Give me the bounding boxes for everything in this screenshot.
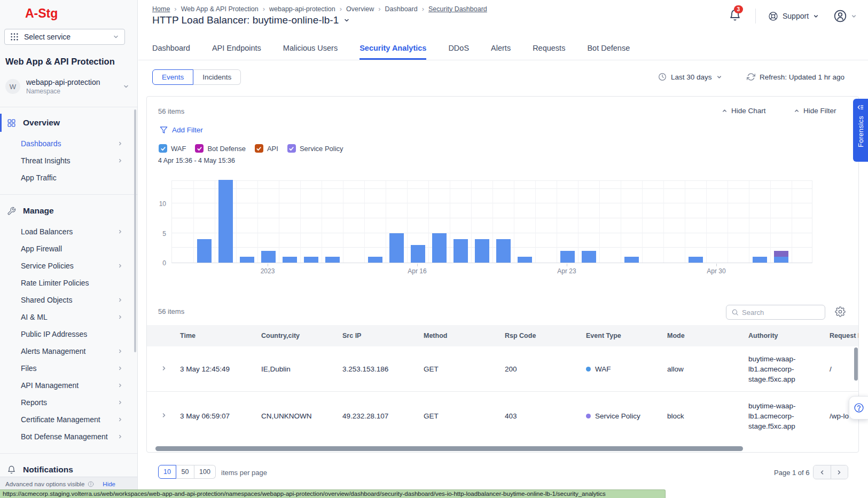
chart-bar-waf[interactable] (197, 239, 212, 263)
sidebar-section-notifications[interactable]: Notifications (0, 461, 137, 479)
checkbox-bot-defense[interactable] (195, 144, 204, 153)
tab-malicious-users[interactable]: Malicious Users (283, 44, 338, 60)
tab-bot-defense[interactable]: Bot Defense (587, 44, 630, 60)
page-size-10[interactable]: 10 (158, 465, 176, 479)
view-toggle-incidents[interactable]: Incidents (193, 69, 241, 85)
breadcrumb-item-home[interactable]: Home (152, 5, 170, 13)
add-filter-button[interactable]: Add Filter (160, 126, 203, 134)
horizontal-scrollbar[interactable] (155, 446, 743, 451)
checkbox-api[interactable] (255, 144, 263, 153)
chart-bar-waf[interactable] (411, 245, 425, 263)
tab-requests[interactable]: Requests (533, 44, 565, 60)
chart-bar-waf[interactable] (389, 233, 404, 263)
notifications-button[interactable]: 3 (728, 9, 742, 23)
chart-bar-waf[interactable] (518, 257, 532, 263)
chart-bar-waf[interactable] (432, 233, 447, 263)
chart-bar-waf[interactable] (304, 257, 318, 263)
next-page-button[interactable] (831, 465, 848, 479)
tab-alerts[interactable]: Alerts (491, 44, 511, 60)
filter-waf[interactable]: WAF (159, 144, 186, 153)
page-size-50[interactable]: 50 (176, 465, 194, 479)
forensics-panel-tab[interactable]: Forensics (853, 99, 868, 162)
breadcrumb-item-web-app-api-protection[interactable]: Web App & API Protection (181, 5, 259, 13)
sidebar-section-overview[interactable]: Overview (0, 114, 137, 132)
tab-security-analytics[interactable]: Security Analytics (359, 44, 426, 60)
column-header-authority[interactable]: Authority (741, 332, 822, 339)
filter-bot-defense[interactable]: Bot Defense (195, 144, 246, 153)
sidebar-item-dashboards[interactable]: Dashboards (0, 135, 137, 152)
account-menu[interactable] (833, 9, 857, 23)
select-service-dropdown[interactable]: Select service (4, 29, 125, 45)
sidebar-item-ai-ml[interactable]: AI & ML (0, 309, 137, 326)
chart-bar-waf[interactable] (261, 251, 276, 263)
chart-bar-service-policy[interactable] (774, 251, 788, 257)
sidebar-item-app-traffic[interactable]: App Traffic (0, 169, 137, 186)
chart-bar-waf[interactable] (624, 257, 639, 263)
tab-api-endpoints[interactable]: API Endpoints (212, 44, 261, 60)
sidebar-section-manage[interactable]: Manage (0, 202, 137, 220)
breadcrumb-item-overview[interactable]: Overview (346, 5, 374, 13)
chart-bar-waf[interactable] (218, 180, 233, 263)
column-header-country-city[interactable]: Country,city (254, 332, 335, 339)
sidebar-item-certificate-management[interactable]: Certificate Management (0, 411, 137, 428)
tab-ddos[interactable]: DDoS (448, 44, 469, 60)
column-header-request-path[interactable]: Request Path (822, 332, 859, 339)
chart-bar-waf[interactable] (560, 251, 575, 263)
sidebar-item-load-balancers[interactable]: Load Balancers (0, 223, 137, 240)
sidebar-item-files[interactable]: Files (0, 360, 137, 377)
hide-advanced-nav-link[interactable]: Hide (103, 481, 115, 487)
hide-filter-button[interactable]: Hide Filter (794, 107, 836, 115)
column-header-mode[interactable]: Mode (660, 332, 741, 339)
table-settings-button[interactable] (835, 306, 846, 317)
filter-service-policy[interactable]: Service Policy (287, 144, 343, 153)
tab-dashboard[interactable]: Dashboard (152, 44, 190, 60)
chart-bar-waf[interactable] (325, 257, 340, 263)
chart-bar-waf[interactable] (453, 239, 468, 263)
filter-api[interactable]: API (255, 144, 278, 153)
page-size-100[interactable]: 100 (194, 465, 216, 479)
chart-bar-waf[interactable] (475, 239, 489, 263)
sidebar-item-shared-objects[interactable]: Shared Objects (0, 291, 137, 309)
column-header-event-type[interactable]: Event Type (578, 332, 660, 339)
help-button[interactable] (849, 396, 868, 420)
chart-bar-waf[interactable] (496, 239, 511, 263)
sidebar-item-service-policies[interactable]: Service Policies (0, 257, 137, 274)
chart-bar-waf[interactable] (753, 257, 767, 263)
breadcrumb-item-dashboard[interactable]: Dashboard (385, 5, 418, 13)
refresh-button[interactable]: Refresh: Updated 1 hr ago (747, 73, 844, 81)
sidebar-item-rate-limiter-policies[interactable]: Rate Limiter Policies (0, 274, 137, 291)
hide-chart-button[interactable]: Hide Chart (722, 107, 766, 115)
sidebar-item-alerts-management[interactable]: Alerts Management (0, 343, 137, 360)
chart-bar-waf[interactable] (582, 251, 596, 263)
checkbox-service-policy[interactable] (287, 144, 296, 153)
search-input[interactable] (742, 309, 820, 317)
column-header-rsp-code[interactable]: Rsp Code (497, 332, 578, 339)
vertical-scrollbar[interactable] (854, 347, 858, 381)
chart-bar-waf[interactable] (774, 257, 788, 263)
chart-bar-waf[interactable] (240, 257, 254, 263)
support-menu[interactable]: Support (768, 11, 819, 21)
column-header-time[interactable]: Time (173, 332, 254, 339)
namespace-selector[interactable]: W webapp-api-protection Namespace (5, 78, 134, 95)
sidebar-item-app-firewall[interactable]: App Firewall (0, 240, 137, 257)
chart-bar-waf[interactable] (689, 257, 703, 263)
checkbox-waf[interactable] (159, 144, 167, 153)
breadcrumb-item-security-dashboard[interactable]: Security Dashboard (428, 5, 487, 13)
column-header-method[interactable]: Method (416, 332, 497, 339)
sidebar-item-reports[interactable]: Reports (0, 394, 137, 411)
time-range-selector[interactable]: Last 30 days (658, 73, 722, 81)
chart-bar-waf[interactable] (283, 257, 297, 263)
view-toggle-events[interactable]: Events (152, 69, 193, 85)
row-expander[interactable] (147, 412, 173, 420)
row-expander[interactable] (147, 365, 173, 373)
column-header-src-ip[interactable]: Src IP (335, 332, 416, 339)
sidebar-item-bot-defense-management[interactable]: Bot Defense Management (0, 428, 137, 445)
sidebar-item-api-management[interactable]: API Management (0, 377, 137, 394)
chart-bar-waf[interactable] (368, 257, 382, 263)
sidebar-item-threat-insights[interactable]: Threat Insights (0, 152, 137, 169)
previous-page-button[interactable] (814, 465, 831, 479)
breadcrumb-item-webapp-api-protection[interactable]: webapp-api-protection (269, 5, 335, 13)
title-chevron-icon[interactable] (343, 17, 350, 23)
sidebar-item-public-ip-addresses[interactable]: Public IP Addresses (0, 326, 137, 343)
sidebar-scrollbar[interactable] (134, 109, 136, 352)
